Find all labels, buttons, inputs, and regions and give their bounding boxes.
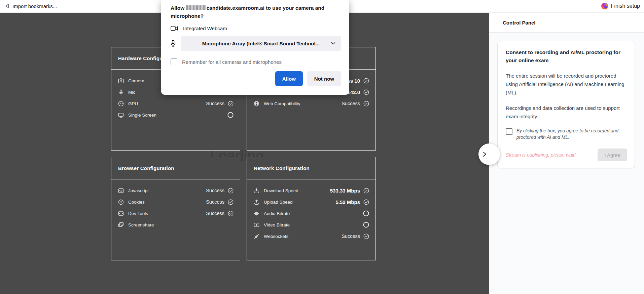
control-panel-title: Control Panel xyxy=(503,20,536,26)
cookies-icon xyxy=(118,199,124,205)
stream-status-message: Stream is publishing, please wait! xyxy=(506,152,576,158)
row-label: Mic xyxy=(128,90,135,95)
row-websockets: Websockets Success xyxy=(254,230,369,242)
row-label: Video Bitrate xyxy=(264,222,290,227)
consent-paragraph-2: Recordings and data collection are used … xyxy=(506,104,627,121)
success-icon xyxy=(363,78,369,84)
row-label: Single Screen xyxy=(128,113,156,118)
screenshare-icon xyxy=(118,222,124,228)
download-icon xyxy=(254,188,259,194)
pending-icon xyxy=(363,210,369,217)
success-icon xyxy=(363,233,369,240)
pending-icon xyxy=(227,112,234,118)
microphone-select[interactable]: Microphone Array (Intel® Smart Sound Tec… xyxy=(181,36,341,51)
panel-collapse-button[interactable] xyxy=(478,143,500,165)
finish-setup-label: Finish setup xyxy=(611,3,640,9)
consent-heading: Consent to recording and AI/ML proctorin… xyxy=(506,48,627,65)
remember-label: Remember for all cameras and microphones xyxy=(182,59,282,65)
chevron-down-icon xyxy=(331,42,335,45)
video-camera-icon xyxy=(171,26,178,31)
row-status: Success xyxy=(342,101,360,106)
card-title: Browser Configuration xyxy=(111,157,240,179)
row-status: Success xyxy=(342,234,360,239)
pending-icon xyxy=(363,221,369,228)
row-gpu: GPU Success xyxy=(118,98,234,109)
row-cookies: Cookies Success xyxy=(118,196,234,208)
row-dev-tools: Dev Tools Success xyxy=(118,208,234,219)
firefox-logo xyxy=(601,3,608,9)
row-label: Cookies xyxy=(128,200,145,205)
microphone-selected-option: Microphone Array (Intel® Smart Sound Tec… xyxy=(202,41,320,46)
success-icon xyxy=(227,199,234,205)
success-icon xyxy=(363,89,369,95)
success-icon xyxy=(227,187,234,194)
row-value: 533.33 Mbps xyxy=(330,188,360,194)
row-status: Success xyxy=(206,188,224,193)
row-web-compatibility: Web Compatibility Success xyxy=(254,98,369,109)
allow-button[interactable]: Allow xyxy=(275,71,303,86)
camera-device-name: Integrated Webcam xyxy=(183,26,227,31)
success-icon xyxy=(363,100,369,107)
audio-bitrate-icon xyxy=(254,211,259,216)
permission-dialog-title: Allow candidate.examroom.ai to use your … xyxy=(171,4,331,20)
control-panel: Control Panel Consent to recording and A… xyxy=(489,13,644,294)
success-icon xyxy=(363,187,369,194)
row-upload-speed: Upload Speed 5.52 Mbps xyxy=(254,196,369,208)
row-status: Success xyxy=(206,211,224,216)
row-screenshare: Screenshare xyxy=(118,219,234,230)
import-bookmarks-label: Import bookmarks... xyxy=(12,3,57,9)
network-configuration-card: Network Configuration Download Speed 533… xyxy=(247,157,376,260)
row-status: Success xyxy=(206,101,224,106)
consent-checkbox-label: By clicking the box, you agree to be rec… xyxy=(516,128,627,140)
camera-device-row: Integrated Webcam xyxy=(171,26,341,31)
gpu-icon xyxy=(118,101,124,107)
websocket-icon xyxy=(254,234,259,239)
video-bitrate-icon xyxy=(254,222,259,228)
row-label: GPU xyxy=(128,101,138,106)
row-label: Upload Speed xyxy=(264,200,293,205)
redacted-host-prefix xyxy=(186,5,206,10)
monitor-icon xyxy=(118,112,124,118)
row-value: 142.0 xyxy=(347,89,360,95)
row-label: Websockets xyxy=(264,234,288,239)
browser-configuration-card: Browser Configuration Javascript Success xyxy=(111,157,240,260)
row-value: 5.52 Mbps xyxy=(335,199,360,205)
consent-paragraph-1: The entire session will be recorded and … xyxy=(506,72,627,97)
consent-card: Consent to recording and AI/ML proctorin… xyxy=(497,41,635,168)
remember-row: Remember for all cameras and microphones xyxy=(171,58,341,65)
row-audio-bitrate: Audio Bitrate xyxy=(254,208,369,219)
devtools-icon xyxy=(118,211,124,216)
row-status: Success xyxy=(206,199,224,205)
i-agree-button[interactable]: I Agree xyxy=(598,149,627,161)
row-label: Download Speed xyxy=(264,188,298,193)
success-icon xyxy=(363,199,369,205)
camera-icon xyxy=(118,78,124,84)
success-icon xyxy=(227,210,234,217)
row-javascript: Javascript Success xyxy=(118,185,234,196)
row-label: Screenshare xyxy=(128,222,154,227)
remember-checkbox[interactable] xyxy=(171,58,177,65)
import-bookmarks-button[interactable]: Import bookmarks... xyxy=(4,3,57,9)
upload-icon xyxy=(254,199,259,205)
import-bookmarks-icon xyxy=(4,3,9,9)
success-icon xyxy=(227,100,234,107)
not-now-button[interactable]: Not now xyxy=(307,71,341,86)
mic-icon xyxy=(118,89,124,95)
chevron-right-icon xyxy=(483,152,487,157)
row-label: Web Compatibility xyxy=(264,101,300,106)
consent-checkbox[interactable] xyxy=(506,128,512,135)
row-video-bitrate: Video Bitrate xyxy=(254,219,369,230)
row-single-screen: Single Screen xyxy=(118,109,234,121)
mic-device-row: Microphone Array (Intel® Smart Sound Tec… xyxy=(171,36,341,51)
row-label: Dev Tools xyxy=(128,211,148,216)
row-label: Camera xyxy=(128,78,144,83)
globe-icon xyxy=(254,101,259,107)
javascript-icon xyxy=(118,188,124,194)
microphone-icon xyxy=(171,40,176,47)
camera-mic-permission-dialog: Allow candidate.examroom.ai to use your … xyxy=(161,0,349,95)
finish-setup-button[interactable]: Finish setup xyxy=(601,3,640,9)
card-title: Network Configuration xyxy=(247,157,375,179)
row-download-speed: Download Speed 533.33 Mbps xyxy=(254,185,369,196)
control-panel-header: Control Panel xyxy=(489,13,644,33)
row-label: Audio Bitrate xyxy=(264,211,290,216)
